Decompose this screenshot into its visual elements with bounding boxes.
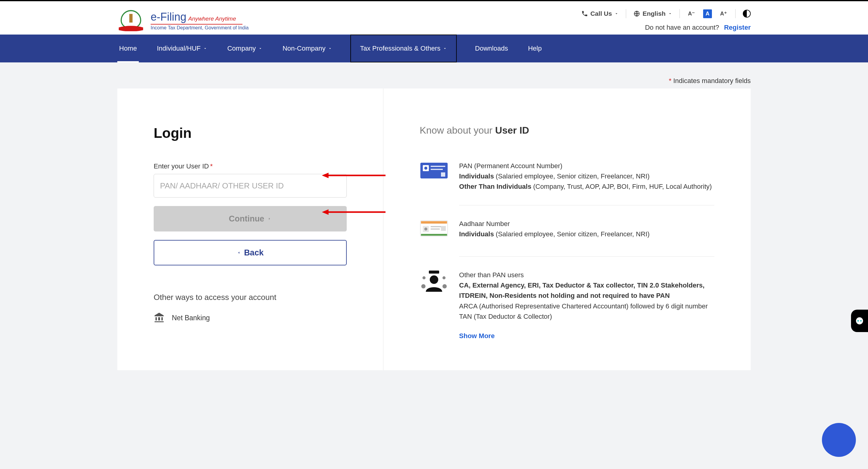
pan-ind-t: (Salaried employee, Senior citizen, Free… xyxy=(494,173,650,180)
divider xyxy=(459,205,714,206)
efiling-text: e-Filing xyxy=(151,10,186,23)
other-ways-heading: Other ways to access your account xyxy=(154,293,347,302)
mandatory-note: * Indicates mandatory fields xyxy=(117,62,751,89)
chevron-right-icon xyxy=(267,216,272,222)
chevron-down-icon xyxy=(443,46,447,51)
svg-point-28 xyxy=(860,320,862,321)
no-account-text: Do not have an account? xyxy=(645,24,719,31)
user-id-label: Enter your User ID* xyxy=(154,162,347,170)
phone-icon xyxy=(581,10,588,17)
chevron-down-icon xyxy=(668,11,672,16)
nav-non-company[interactable]: Non-Company xyxy=(281,35,334,62)
emblem-icon xyxy=(117,8,145,31)
nav-home[interactable]: Home xyxy=(117,35,139,62)
call-us-label: Call Us xyxy=(590,10,612,17)
svg-point-26 xyxy=(856,317,863,324)
nav-company[interactable]: Company xyxy=(225,35,264,62)
other-users-icon xyxy=(420,270,448,294)
nav-tax-professionals[interactable]: Tax Professionals & Others xyxy=(350,35,457,62)
svg-point-24 xyxy=(423,276,426,279)
chevron-down-icon xyxy=(614,11,619,16)
chevron-down-icon xyxy=(328,46,332,51)
svg-rect-0 xyxy=(129,14,133,23)
divider xyxy=(735,9,736,18)
logo-area[interactable]: e-Filing Anywhere Anytime Income Tax Dep… xyxy=(117,8,249,31)
net-banking-option[interactable]: Net Banking xyxy=(154,312,347,324)
svg-point-23 xyxy=(442,284,447,288)
pan-ind-b: Individuals xyxy=(459,173,494,180)
header: e-Filing Anywhere Anytime Income Tax Dep… xyxy=(0,1,868,35)
svg-point-27 xyxy=(858,320,859,321)
svg-rect-19 xyxy=(421,234,447,236)
aadhaar-ind-b: Individuals xyxy=(459,230,494,238)
nav-individual[interactable]: Individual/HUF xyxy=(155,35,209,62)
svg-rect-13 xyxy=(421,221,447,224)
language-label: English xyxy=(643,10,665,17)
aadhaar-title: Aadhaar Number xyxy=(459,219,650,229)
nav-downloads[interactable]: Downloads xyxy=(473,35,510,62)
bot-icon xyxy=(855,317,864,325)
svg-rect-20 xyxy=(429,271,439,274)
show-more-link[interactable]: Show More xyxy=(459,332,495,340)
user-id-input[interactable] xyxy=(154,174,347,197)
divider xyxy=(626,9,626,18)
tagline-text: Anywhere Anytime xyxy=(188,15,236,22)
info-pan: PAN (Permanent Account Number) Individua… xyxy=(420,154,714,199)
svg-point-15 xyxy=(424,227,427,230)
pan-oth-b: Other Than Individuals xyxy=(459,183,531,190)
contrast-toggle-icon[interactable] xyxy=(743,10,751,18)
info-aadhaar: Aadhaar Number Individuals (Salaried emp… xyxy=(420,212,714,250)
font-decrease-button[interactable]: A⁻ xyxy=(687,9,696,18)
svg-rect-17 xyxy=(431,228,440,230)
svg-point-22 xyxy=(421,284,426,288)
back-button[interactable]: Back xyxy=(154,240,347,265)
chevron-down-icon xyxy=(203,46,207,51)
login-heading: Login xyxy=(154,125,347,141)
call-us-dropdown[interactable]: Call Us xyxy=(581,10,619,17)
logo-divider xyxy=(151,24,243,25)
other-bold: CA, External Agency, ERI, Tax Deductor &… xyxy=(459,280,714,301)
font-default-button[interactable]: A xyxy=(703,9,712,18)
language-dropdown[interactable]: English xyxy=(633,10,672,17)
nav-help[interactable]: Help xyxy=(526,35,544,62)
pan-oth-t: (Company, Trust, AOP, AJP, BOI, Firm, HU… xyxy=(531,183,712,190)
chevron-down-icon xyxy=(258,46,262,51)
svg-point-21 xyxy=(430,275,438,284)
bank-icon xyxy=(154,312,164,324)
pan-title: PAN (Permanent Account Number) xyxy=(459,161,712,171)
continue-button[interactable]: Continue xyxy=(154,206,347,231)
other-line2: ARCA (Authorised Representative Chartere… xyxy=(459,301,714,311)
globe-icon xyxy=(633,10,640,17)
register-link[interactable]: Register xyxy=(724,24,751,31)
svg-point-8 xyxy=(424,167,427,170)
svg-point-25 xyxy=(442,276,445,279)
svg-rect-9 xyxy=(431,166,445,167)
divider xyxy=(459,256,714,257)
info-other: Other than PAN users CA, External Agency… xyxy=(420,263,714,329)
main-nav: Home Individual/HUF Company Non-Company … xyxy=(0,35,868,62)
svg-rect-10 xyxy=(431,169,443,170)
chat-tab-button[interactable] xyxy=(851,310,868,332)
aadhaar-card-icon xyxy=(420,219,448,243)
font-increase-button[interactable]: A⁺ xyxy=(719,9,728,18)
svg-rect-18 xyxy=(441,226,446,231)
dept-text: Income Tax Department, Government of Ind… xyxy=(151,25,249,31)
net-banking-label: Net Banking xyxy=(172,314,210,322)
login-card: Login Enter your User ID* Continue Back xyxy=(117,89,751,370)
svg-rect-11 xyxy=(441,173,445,177)
pan-card-icon xyxy=(420,161,448,185)
aadhaar-ind-t: (Salaried employee, Senior citizen, Free… xyxy=(494,230,650,238)
other-title: Other than PAN users xyxy=(459,270,714,280)
know-heading: Know about your User ID xyxy=(420,125,714,136)
chevron-left-icon xyxy=(237,250,241,256)
other-line3: TAN (Tax Deductor & Collector) xyxy=(459,311,714,322)
